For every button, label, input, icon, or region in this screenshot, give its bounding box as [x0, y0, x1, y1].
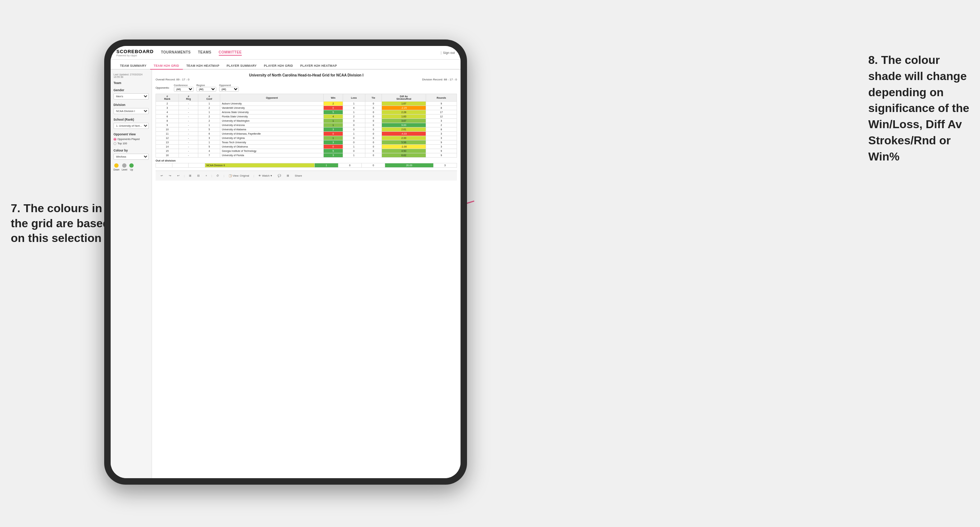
cell-rank: 12: [156, 136, 179, 140]
toolbar-undo[interactable]: ↩: [159, 173, 164, 178]
opponent-filter-label: Opponent: [219, 84, 239, 87]
cell-opponent: University of Arkansas, Fayetteville: [220, 132, 324, 136]
cell-diff: 2.33: [382, 136, 426, 140]
cell-reg: -: [178, 123, 198, 127]
timestamp-date: Last Updated: 27/03/2024: [113, 73, 149, 76]
cell-opponent: Auburn University: [220, 102, 324, 106]
cell-reg: -: [178, 136, 198, 140]
cell-loss: 1: [343, 153, 365, 157]
division-label: Division: [113, 103, 149, 106]
cell-loss: 1: [343, 144, 365, 149]
cell-rank: 2: [156, 102, 179, 106]
toolbar-share[interactable]: Share: [293, 173, 304, 178]
cell-rank: 4: [156, 110, 179, 114]
school-select[interactable]: 1. University of Nort...: [113, 123, 149, 129]
cell-reg: -: [178, 106, 198, 110]
tab-player-h2h-grid[interactable]: PLAYER H2H GRID: [261, 62, 297, 70]
cell-tie: 0: [365, 144, 382, 149]
cell-opponent: University of Arizona: [220, 123, 324, 127]
cell-reg: -: [178, 119, 198, 123]
table-row: 6 - 2 Florida State University 4 2 0 1.8…: [156, 114, 457, 119]
cell-opponent: University of Alabama: [220, 127, 324, 132]
cell-opponent: Texas Tech University: [220, 140, 324, 144]
legend-down-dot: [114, 163, 119, 168]
cell-rounds: 3: [426, 136, 457, 140]
cell-win: 0: [324, 106, 343, 110]
tab-team-summary[interactable]: TEAM SUMMARY: [116, 62, 150, 70]
col-loss: Loss: [343, 94, 365, 102]
cell-reg: -: [178, 114, 198, 119]
cell-win: 0: [324, 144, 343, 149]
table-row: 10 - 5 University of Alabama 3 0 0 2.61 …: [156, 127, 457, 132]
cell-tie: 0: [365, 136, 382, 140]
cell-diff: 6.62: [382, 153, 426, 157]
radio-top100[interactable]: Top 100: [113, 142, 149, 145]
table-body: 2 - 1 Auburn University 2 1 0 1.67 9 3 -…: [156, 102, 457, 157]
cell-tie: 0: [365, 114, 382, 119]
cell-opponent: University of Florida: [220, 153, 324, 157]
cell-win: 0: [324, 132, 343, 136]
od-cell-opponent: NCAA Division II: [205, 163, 315, 168]
col-win: Win: [324, 94, 343, 102]
table-row: 11 - 6 University of Arkansas, Fayettevi…: [156, 132, 457, 136]
cell-loss: 0: [343, 140, 365, 144]
gender-select[interactable]: Men's: [113, 93, 149, 100]
grid-title: University of North Carolina Head-to-Hea…: [156, 73, 457, 77]
conference-filter-select[interactable]: (All): [174, 87, 194, 92]
tab-team-h2h-heatmap[interactable]: TEAM H2H HEATMAP: [183, 62, 223, 70]
color-legend: Down Level Up: [113, 163, 149, 171]
nav-tournaments[interactable]: TOURNAMENTS: [161, 49, 191, 56]
toolbar-sep4: |: [253, 174, 254, 177]
opponent-filter-select[interactable]: (All): [219, 87, 239, 92]
cell-tie: 0: [365, 153, 382, 157]
region-filter-select[interactable]: (All): [197, 87, 216, 92]
colour-by-label: Colour by: [113, 149, 149, 152]
od-cell-tie: 0: [361, 163, 385, 168]
cell-diff: 9.00: [382, 123, 426, 127]
toolbar-plus[interactable]: +: [204, 173, 208, 178]
tab-team-h2h-grid[interactable]: TEAM H2H GRID: [150, 62, 183, 70]
toolbar-redo[interactable]: ↪: [167, 173, 173, 178]
table-row: 12 - 3 University of Virginia 1 0 0 2.33…: [156, 136, 457, 140]
cell-rounds: 9: [426, 140, 457, 144]
toolbar-timer[interactable]: ⏱: [215, 173, 221, 178]
nav-committee[interactable]: COMMITTEE: [219, 49, 242, 56]
tab-player-summary[interactable]: PLAYER SUMMARY: [223, 62, 261, 70]
sidebar: Last Updated: 27/03/2024 16:55:38 Team G…: [111, 70, 152, 478]
tab-player-h2h-heatmap[interactable]: PLAYER H2H HEATMAP: [297, 62, 340, 70]
od-cell-win: 1: [315, 163, 338, 168]
toolbar-chat[interactable]: 💬: [276, 173, 282, 178]
od-cell-rank: [156, 163, 172, 168]
nav-items: TOURNAMENTS TEAMS COMMITTEE: [161, 49, 441, 56]
toolbar-share-icon[interactable]: ⊞: [285, 173, 291, 178]
division-select[interactable]: NCAA Division I: [113, 108, 149, 114]
cell-conf: 1: [198, 140, 220, 144]
nav-teams[interactable]: TEAMS: [198, 49, 212, 56]
radio-label-top100: Top 100: [118, 142, 127, 145]
cell-loss: 1: [343, 132, 365, 136]
colour-by-select[interactable]: Win/loss: [113, 154, 149, 160]
cell-diff: 4.50: [382, 149, 426, 153]
legend-up: Up: [129, 163, 134, 171]
cell-opponent: Florida State University: [220, 114, 324, 119]
toolbar-watch[interactable]: 👁 Watch ▾: [257, 173, 273, 178]
cell-rank: 6: [156, 114, 179, 119]
cell-rank: 15: [156, 149, 179, 153]
sign-out-button[interactable]: Sign out: [443, 51, 455, 55]
sidebar-school-section: School (Rank) 1. University of Nort...: [113, 118, 149, 129]
toolbar-back[interactable]: ↩: [176, 173, 181, 178]
out-of-division-header: Out of division: [156, 157, 457, 163]
cell-reg: -: [178, 127, 198, 132]
school-label: School (Rank): [113, 118, 149, 121]
cell-tie: 0: [365, 123, 382, 127]
toolbar-minus[interactable]: ⊟: [196, 173, 201, 178]
cell-conf: 2: [198, 106, 220, 110]
team-label: Team: [113, 81, 149, 85]
out-of-division-table: NCAA Division II 1 0 0 26.00 3: [156, 163, 457, 168]
radio-opponents-played[interactable]: Opponents Played: [113, 138, 149, 141]
toolbar-view[interactable]: 📋 View: Original: [227, 173, 250, 178]
division-record-value: 88 - 17 - 0: [444, 78, 457, 81]
top-nav: SCOREBOARD Powered by clippd TOURNAMENTS…: [111, 46, 461, 60]
toolbar-grid[interactable]: ⊞: [188, 173, 193, 178]
legend-level: Level: [122, 163, 127, 171]
